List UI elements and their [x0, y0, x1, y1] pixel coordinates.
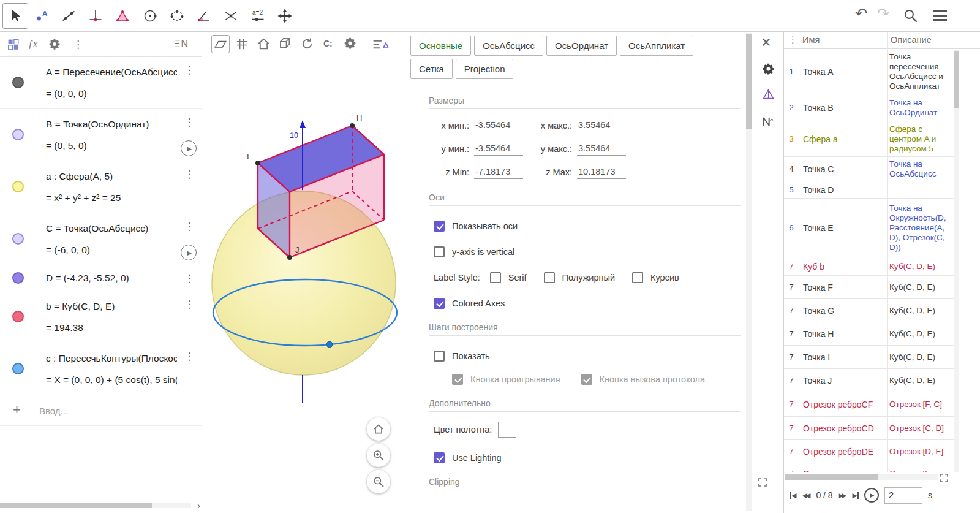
background-color-swatch[interactable]: [498, 422, 516, 438]
algebra-row[interactable]: c : ПересечьКонтуры(ПлоскостьXY = X = (0…: [0, 343, 202, 395]
playback-speed-input[interactable]: [884, 487, 922, 504]
point-on-circle[interactable]: [326, 341, 333, 348]
tab-Основные[interactable]: Основные: [410, 36, 471, 56]
algebra-row[interactable]: D = (-4.23, -5.52, 0) ⋮: [0, 265, 202, 291]
object-visibility-toggle[interactable]: [12, 129, 24, 140]
protocol-button-checkbox[interactable]: [581, 374, 592, 385]
tool-slider[interactable]: a=2: [245, 3, 271, 29]
algebra-input[interactable]: [39, 401, 180, 420]
tab-ОсьОрдинат[interactable]: ОсьОрдинат: [546, 36, 617, 56]
algebra-row[interactable]: C = Точка(ОсьАбсцисс) = (-6, 0, 0) ⋮ ▶: [0, 213, 202, 265]
colored-axes-checkbox[interactable]: [434, 298, 445, 309]
tool-move[interactable]: [2, 3, 28, 29]
stylebar-toggle-icon[interactable]: [371, 39, 390, 50]
tool-line[interactable]: [56, 3, 81, 29]
tab-Сетка[interactable]: Сетка: [410, 59, 453, 79]
x-max-input[interactable]: [577, 119, 626, 132]
zoom-in-button[interactable]: [367, 444, 390, 467]
kebab-menu-icon[interactable]: ⋮: [184, 64, 195, 76]
algebra-row[interactable]: A = Пересечение(ОсьАбсцисс, О = (0, 0, 0…: [0, 57, 202, 109]
show-axes-checkbox[interactable]: [434, 221, 445, 232]
z-max-input[interactable]: [577, 165, 626, 179]
protocol-vertical-scrollbar[interactable]: [954, 50, 959, 472]
serif-checkbox[interactable]: [490, 272, 501, 283]
table-row[interactable]: 7 Куб b Куб(C, D, E): [784, 257, 954, 276]
kebab-menu-icon[interactable]: ⋮: [184, 273, 195, 284]
table-row[interactable]: 7 Точка J Куб(C, D, E): [784, 369, 954, 392]
table-row[interactable]: 5 Точка D: [784, 181, 954, 199]
tab-ОсьАппликат[interactable]: ОсьАппликат: [620, 36, 693, 56]
kebab-menu-icon[interactable]: ⋮: [73, 38, 83, 51]
function-fx-icon[interactable]: ƒx: [28, 39, 37, 50]
tool-perpendicular-line[interactable]: [83, 3, 108, 29]
tool-angle[interactable]: [191, 3, 217, 29]
algebra-row[interactable]: b = Куб(C, D, E) = 194.38 ⋮: [0, 291, 202, 343]
play-animation-button[interactable]: ▶: [181, 140, 197, 156]
show-construction-checkbox[interactable]: [434, 351, 445, 362]
settings-gear-icon[interactable]: [48, 38, 61, 50]
nav-skip-end-button[interactable]: ▶: [853, 492, 859, 500]
view-plane-icon[interactable]: [211, 35, 230, 53]
tool-point[interactable]: A: [29, 3, 55, 29]
rotate-view-icon[interactable]: [300, 37, 314, 51]
algebra-horizontal-scrollbar[interactable]: [0, 503, 191, 508]
table-row[interactable]: 7 Отрезок Отрезок [E: [784, 463, 954, 472]
y-max-input[interactable]: [577, 142, 626, 156]
table-row[interactable]: 1 Точка A Точка пересечения ОсьАбсцисс и…: [784, 49, 954, 94]
table-row[interactable]: 6 Точка E Точка на Окружность(D, Расстоя…: [784, 199, 954, 257]
table-row[interactable]: 7 Отрезок реброCF Отрезок [F, C]: [784, 392, 954, 417]
table-row[interactable]: 3 Сфера a Сфера с центром A и радиусом 5: [784, 121, 954, 157]
tool-intersect[interactable]: [218, 3, 244, 29]
tool-move-graphics-view[interactable]: [272, 3, 298, 29]
object-visibility-toggle[interactable]: [12, 363, 24, 374]
pyramid-icon[interactable]: [762, 88, 775, 101]
object-visibility-toggle[interactable]: [12, 181, 24, 192]
table-row[interactable]: 7 Точка F Куб(C, D, E): [784, 276, 954, 299]
bold-checkbox[interactable]: [544, 272, 555, 283]
table-row[interactable]: 7 Точка H Куб(C, D, E): [784, 322, 954, 346]
grid-icon[interactable]: [235, 37, 249, 51]
tab-ОсьАбсцисс[interactable]: ОсьАбсцисс: [474, 36, 543, 56]
use-lighting-checkbox[interactable]: [434, 452, 445, 463]
kebab-menu-icon[interactable]: ⋮: [184, 169, 195, 180]
plus-icon[interactable]: +: [13, 402, 21, 418]
nav-forward-button[interactable]: ▶▶: [839, 492, 847, 500]
tool-conic[interactable]: [164, 3, 190, 29]
settings-scrollbar[interactable]: [746, 33, 752, 511]
italic-checkbox[interactable]: [632, 272, 643, 283]
table-row[interactable]: 7 Отрезок реброDE Отрезок [D, E]: [784, 440, 954, 463]
table-row[interactable]: 2 Точка B Точка на ОсьОрдинат: [784, 94, 954, 121]
redo-icon[interactable]: ↷: [877, 6, 889, 21]
kebab-menu-icon[interactable]: ⋮: [184, 116, 195, 128]
standard-view-button[interactable]: [367, 417, 390, 441]
x-min-input[interactable]: [474, 119, 523, 132]
home-icon[interactable]: [257, 37, 271, 51]
table-row[interactable]: 7 Точка G Куб(C, D, E): [784, 299, 954, 322]
undo-icon[interactable]: ↶: [855, 6, 867, 21]
table-row[interactable]: 4 Точка C Точка на ОсьАбсцисс: [784, 157, 954, 181]
protocol-n-icon[interactable]: [762, 115, 774, 127]
fullscreen-icon[interactable]: [757, 477, 768, 488]
settings-gear-icon[interactable]: [344, 37, 356, 50]
scroll-right-arrow-icon[interactable]: ›: [197, 501, 200, 510]
close-icon[interactable]: ×: [761, 33, 771, 52]
fullscreen-icon[interactable]: [938, 473, 949, 484]
algebra-row[interactable]: B = Точка(ОсьОрдинат) = (0, 5, 0) ⋮ ▶: [0, 109, 202, 161]
z-min-input[interactable]: [474, 165, 523, 179]
play-button-checkbox[interactable]: [452, 374, 463, 385]
object-visibility-toggle[interactable]: [12, 311, 24, 322]
tab-Projection[interactable]: Projection: [456, 59, 514, 79]
y-axis-vertical-checkbox[interactable]: [434, 246, 445, 257]
nav-back-button[interactable]: ◀◀: [802, 492, 810, 500]
search-icon[interactable]: [903, 8, 918, 23]
cube-view-icon[interactable]: [278, 37, 292, 51]
object-visibility-toggle[interactable]: [12, 77, 24, 88]
play-animation-button[interactable]: ▶: [181, 245, 197, 260]
settings-gear-icon[interactable]: [762, 63, 775, 75]
descriptions-icon[interactable]: ΞΝ: [174, 39, 189, 50]
algebra-view-icon[interactable]: [7, 38, 20, 51]
kebab-menu-icon[interactable]: ⋮: [788, 34, 797, 45]
nav-skip-start-button[interactable]: ◀: [790, 492, 796, 500]
tool-polygon[interactable]: [110, 3, 135, 29]
kebab-menu-icon[interactable]: ⋮: [184, 221, 195, 232]
